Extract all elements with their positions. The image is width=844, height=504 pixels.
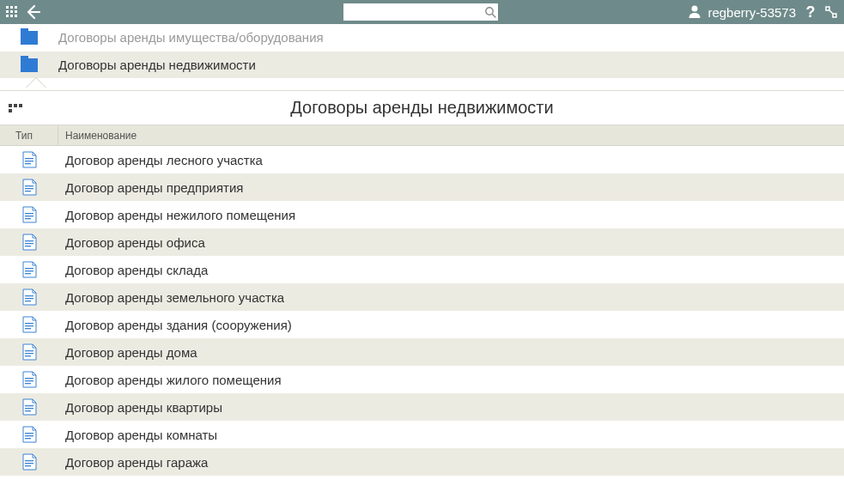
document-icon	[22, 151, 37, 168]
breadcrumb-indicator-row	[0, 79, 844, 91]
row-name: Договор аренды склада	[58, 263, 208, 277]
back-button[interactable]	[22, 2, 43, 22]
svg-rect-26	[25, 246, 31, 246]
svg-point-12	[692, 5, 698, 11]
svg-rect-3	[6, 10, 9, 13]
breadcrumb-area: Договоры аренды имущества/оборудования Д…	[0, 24, 844, 91]
row-name: Договор аренды предприятия	[58, 180, 243, 195]
svg-rect-39	[25, 378, 33, 379]
svg-rect-22	[25, 216, 33, 216]
document-icon	[22, 453, 37, 471]
apps-menu-icon[interactable]	[3, 3, 21, 21]
svg-rect-46	[25, 435, 33, 436]
help-button[interactable]: ?	[801, 3, 820, 21]
table-row[interactable]: Договор аренды лесного участка	[0, 146, 844, 173]
svg-rect-20	[25, 191, 31, 191]
table-row[interactable]: Договор аренды земельного участка	[0, 283, 844, 311]
user-menu[interactable]: regberry-53573	[687, 3, 796, 21]
row-name: Договор аренды комнаты	[58, 428, 217, 442]
grip-icon[interactable]	[0, 104, 24, 112]
svg-rect-17	[25, 163, 31, 164]
row-name: Договор аренды дома	[58, 345, 197, 360]
svg-rect-42	[25, 405, 33, 406]
row-icon-cell	[0, 426, 58, 443]
svg-rect-15	[25, 158, 33, 159]
table-row[interactable]: Договор аренды комнаты	[0, 421, 844, 448]
row-name: Договор аренды здания (сооружения)	[58, 318, 292, 332]
svg-rect-24	[25, 240, 33, 241]
table-row[interactable]: Договор аренды предприятия	[0, 173, 844, 201]
user-icon	[687, 3, 702, 21]
svg-rect-33	[25, 323, 33, 324]
table-row[interactable]: Договор аренды квартиры	[0, 393, 844, 421]
breadcrumb-row[interactable]: Договоры аренды недвижимости	[0, 52, 844, 79]
svg-rect-16	[25, 161, 33, 161]
document-icon	[22, 261, 37, 278]
table-row[interactable]: Договор аренды склада	[0, 256, 844, 283]
svg-rect-40	[25, 380, 33, 381]
row-icon-cell	[0, 371, 58, 388]
svg-rect-34	[25, 325, 33, 326]
svg-rect-14	[833, 14, 836, 17]
svg-rect-32	[25, 301, 31, 301]
folder-icon	[21, 58, 38, 72]
row-name: Договор аренды квартиры	[58, 400, 222, 415]
username-label: regberry-53573	[707, 5, 796, 20]
row-name: Договор аренды гаража	[58, 455, 208, 470]
column-header-type[interactable]: Тип	[0, 125, 58, 145]
table-row[interactable]: Договор аренды гаража	[0, 448, 844, 476]
row-icon-cell	[0, 234, 58, 251]
table-row[interactable]: Договор аренды офиса	[0, 228, 844, 256]
breadcrumb-label: Договоры аренды имущества/оборудования	[58, 30, 324, 45]
document-icon	[22, 206, 37, 223]
document-icon	[22, 343, 37, 361]
folder-icon	[21, 31, 38, 45]
svg-rect-1	[10, 6, 13, 9]
svg-rect-0	[6, 6, 9, 9]
svg-rect-35	[25, 328, 31, 329]
svg-rect-50	[25, 465, 31, 466]
svg-rect-19	[25, 188, 33, 189]
svg-rect-8	[15, 15, 17, 17]
row-icon-cell	[0, 261, 58, 278]
section-title: Договоры аренды недвижимости	[24, 98, 820, 118]
row-name: Договор аренды лесного участка	[58, 153, 263, 167]
expand-button[interactable]	[822, 3, 841, 21]
svg-rect-28	[25, 270, 33, 271]
row-icon-cell	[0, 343, 58, 361]
row-name: Договор аренды нежилого помещения	[58, 208, 295, 222]
breadcrumb-pointer-icon	[26, 78, 46, 88]
svg-rect-45	[25, 433, 33, 434]
search-box[interactable]	[343, 3, 498, 21]
table-row[interactable]: Договор аренды дома	[0, 338, 844, 366]
table-row[interactable]: Договор аренды нежилого помещения	[0, 201, 844, 228]
column-header-name[interactable]: Наименование	[58, 125, 844, 145]
row-icon-cell	[0, 151, 58, 168]
table-row[interactable]: Договор аренды здания (сооружения)	[0, 311, 844, 338]
folder-icon-cell	[0, 31, 58, 45]
document-icon	[22, 398, 37, 416]
svg-rect-6	[6, 15, 9, 17]
row-icon-cell	[0, 179, 58, 196]
svg-rect-7	[10, 15, 13, 17]
svg-rect-44	[25, 410, 31, 411]
svg-line-11	[492, 14, 495, 17]
search-icon[interactable]	[483, 5, 496, 19]
table-body: Договор аренды лесного участкаДоговор ар…	[0, 146, 844, 476]
document-icon	[22, 179, 37, 196]
svg-rect-30	[25, 295, 33, 296]
svg-rect-31	[25, 298, 33, 299]
svg-rect-43	[25, 408, 33, 409]
row-icon-cell	[0, 206, 58, 223]
svg-rect-4	[10, 10, 13, 13]
search-input[interactable]	[345, 3, 483, 21]
row-name: Договор аренды жилого помещения	[58, 373, 282, 387]
table-row[interactable]: Договор аренды жилого помещения	[0, 366, 844, 393]
breadcrumb-label: Договоры аренды недвижимости	[58, 58, 256, 72]
row-name: Договор аренды земельного участка	[58, 290, 284, 305]
table-header: Тип Наименование	[0, 125, 844, 146]
svg-rect-47	[25, 438, 31, 439]
svg-rect-41	[25, 383, 31, 384]
svg-rect-27	[25, 268, 33, 269]
breadcrumb-row[interactable]: Договоры аренды имущества/оборудования	[0, 24, 844, 52]
